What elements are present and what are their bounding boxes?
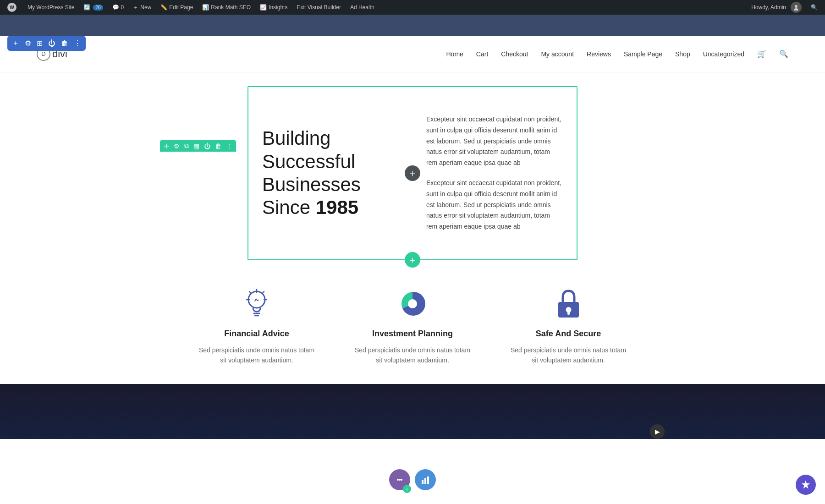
page-top-toolbar: ＋ ⚙ ⊞ ⏻ 🗑 ⋮ (7, 36, 86, 51)
updates-count: 20 (93, 5, 103, 11)
float-chat-button[interactable]: ＋ (389, 469, 410, 490)
header-search-icon[interactable]: 🔍 (779, 49, 788, 58)
search-icon: 🔍 (811, 4, 818, 11)
add-row-button[interactable]: ＋ (405, 252, 420, 268)
site-name-text: My WordPress Site (28, 4, 74, 11)
admin-rank-math[interactable]: 📊 Rank Math SEO (198, 0, 254, 15)
row-settings-icon[interactable]: ⚙ (174, 142, 180, 150)
feature-title-3: Safe And Secure (536, 329, 601, 339)
hero-line3: Businesses (262, 174, 361, 195)
admin-exit-vb[interactable]: Exit Visual Builder (293, 0, 345, 15)
divi-ai-button[interactable] (796, 475, 816, 495)
rank-math-label: Rank Math SEO (211, 4, 251, 11)
feature-text-3: Sed perspiciatis unde omnis natus totam … (509, 345, 628, 366)
svg-point-14 (397, 479, 399, 481)
nav-shop[interactable]: Shop (675, 50, 690, 58)
add-module-icon[interactable]: ＋ (12, 38, 19, 48)
edit-icon: ✏️ (160, 4, 167, 11)
power-icon[interactable]: ⏻ (48, 39, 55, 48)
svg-point-15 (399, 479, 401, 481)
feature-financial-advice: Financial Advice Sed perspiciatis unde o… (197, 288, 316, 366)
row-move-icon[interactable]: ✛ (164, 142, 169, 150)
site-header: D divi Home Cart Checkout My account Rev… (0, 36, 825, 72)
lightbulb-icon (241, 288, 273, 320)
new-label: New (140, 4, 151, 11)
avatar (791, 2, 802, 13)
admin-comments[interactable]: 💬 0 (109, 0, 128, 15)
nav-cart[interactable]: Cart (476, 50, 488, 58)
feature-text-2: Sed perspiciatis unde omnis natus totam … (353, 345, 472, 366)
nav-home[interactable]: Home (446, 50, 463, 58)
admin-howdy[interactable]: Howdy, Admin (748, 0, 805, 15)
svg-rect-17 (422, 480, 424, 484)
pie-chart-icon (396, 288, 429, 320)
exit-vb-label: Exit Visual Builder (297, 4, 341, 11)
hero-left-column: Building Successful Businesses Since 198… (248, 87, 412, 259)
row-toolbar: ✛ ⚙ ⧉ ▦ ⏻ 🗑 ⋮ (160, 140, 236, 152)
nav-reviews[interactable]: Reviews (587, 50, 611, 58)
admin-insights[interactable]: 📈 Insights (256, 0, 291, 15)
hero-para2: Excepteur sint occaecat cupidatat non pr… (426, 178, 563, 232)
svg-point-10 (408, 299, 417, 308)
new-icon: ＋ (133, 4, 138, 11)
wp-logo[interactable]: W (4, 0, 22, 15)
admin-search[interactable]: 🔍 (807, 0, 821, 15)
bottom-strip: ▶ (0, 384, 825, 439)
comments-count: 0 (121, 4, 124, 11)
vb-toolbar (0, 15, 825, 36)
hero-right-column: Excepteur sint occaecat cupidatat non pr… (412, 87, 577, 259)
svg-point-16 (401, 479, 402, 481)
row-more-icon[interactable]: ⋮ (226, 142, 232, 150)
admin-edit-page[interactable]: ✏️ Edit Page (157, 0, 197, 15)
row-layout-icon[interactable]: ▦ (193, 142, 199, 150)
float-buttons: ＋ (389, 469, 436, 490)
layout-icon[interactable]: ⊞ (37, 39, 43, 48)
add-column-button[interactable]: ＋ (405, 165, 420, 181)
delete-icon[interactable]: 🗑 (61, 39, 68, 48)
nav-sample-page[interactable]: Sample Page (624, 50, 662, 58)
insights-icon: 📈 (260, 4, 267, 11)
row-delete-icon[interactable]: 🗑 (215, 142, 221, 150)
edit-page-label: Edit Page (169, 4, 193, 11)
hero-para1: Excepteur sint occaecat cupidatat non pr… (426, 114, 563, 169)
hero-line1: Building (262, 127, 330, 149)
float-add-badge: ＋ (403, 485, 411, 493)
feature-safe-secure: Safe And Secure Sed perspiciatis unde om… (509, 288, 628, 366)
nav-checkout[interactable]: Checkout (501, 50, 528, 58)
svg-point-1 (794, 8, 798, 11)
row-duplicate-icon[interactable]: ⧉ (184, 142, 189, 150)
comments-icon: 💬 (112, 4, 119, 11)
hero-year: 1985 (316, 197, 358, 218)
wp-icon: W (7, 3, 16, 12)
nav-uncategorized[interactable]: Uncategorized (703, 50, 744, 58)
row-disable-icon[interactable]: ⏻ (204, 142, 210, 150)
logo-d-letter: D (41, 50, 45, 57)
admin-new[interactable]: ＋ New (129, 0, 155, 15)
hero-section: ＋ Building Successful Businesses Since 1… (248, 86, 578, 260)
next-section-arrow[interactable]: ▶ (650, 424, 665, 439)
ad-health-label: Ad Health (350, 4, 374, 11)
page-wrapper: ＋ ⚙ ⊞ ⏻ 🗑 ⋮ D divi Home Cart Checkout My… (0, 15, 825, 453)
more-icon[interactable]: ⋮ (74, 39, 81, 48)
feature-title-2: Investment Planning (372, 329, 453, 339)
svg-rect-13 (567, 311, 570, 315)
feature-title-1: Financial Advice (224, 329, 289, 339)
nav-my-account[interactable]: My account (541, 50, 574, 58)
hero-title: Building Successful Businesses Since 198… (262, 127, 399, 219)
updates-icon: 🔄 (83, 4, 90, 11)
lock-icon (552, 288, 584, 320)
float-chart-button[interactable] (415, 469, 436, 490)
howdy-text: Howdy, Admin (751, 4, 786, 11)
svg-rect-18 (424, 478, 426, 484)
svg-rect-19 (427, 477, 429, 484)
svg-line-9 (262, 291, 264, 294)
svg-line-8 (249, 291, 251, 294)
feature-text-1: Sed perspiciatis unde omnis natus totam … (197, 345, 316, 366)
admin-updates[interactable]: 🔄 20 (80, 0, 106, 15)
settings-icon[interactable]: ⚙ (25, 39, 31, 48)
features-section: Financial Advice Sed perspiciatis unde o… (160, 260, 665, 384)
cart-icon[interactable]: 🛒 (757, 49, 766, 58)
hero-line2: Successful (262, 151, 355, 172)
admin-site-name[interactable]: My WordPress Site (24, 0, 78, 15)
admin-ad-health[interactable]: Ad Health (346, 0, 378, 15)
